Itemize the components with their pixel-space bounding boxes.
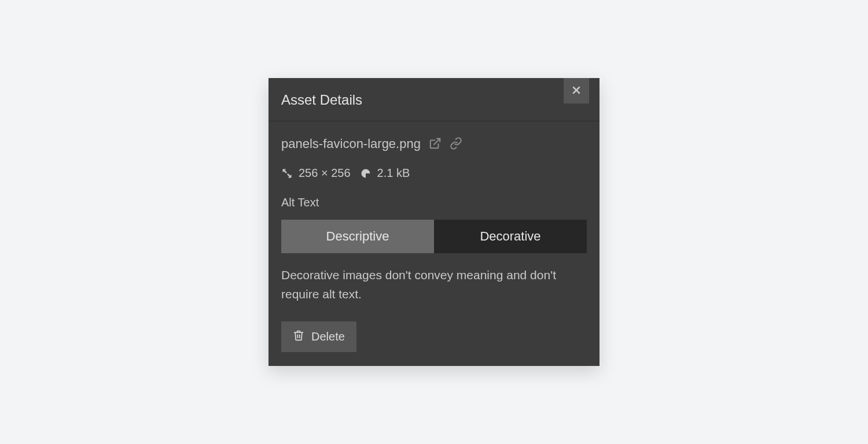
delete-button-label: Delete <box>311 330 345 343</box>
open-external-button[interactable] <box>429 137 442 151</box>
file-meta-row: 256 × 256 2.1 kB <box>281 166 587 180</box>
alt-text-option-decorative[interactable]: Decorative <box>434 220 587 253</box>
file-name-row: panels-favicon-large.png <box>281 136 587 151</box>
close-icon <box>572 86 581 97</box>
file-size: 2.1 kB <box>377 166 410 180</box>
svg-line-2 <box>434 139 440 145</box>
external-link-icon <box>429 137 442 151</box>
dimensions-icon <box>281 168 293 179</box>
alt-text-help: Decorative images don't convey meaning a… <box>281 266 587 304</box>
copy-link-button[interactable] <box>450 137 462 151</box>
asset-details-panel: Asset Details panels-favicon-large.png <box>269 78 599 365</box>
file-name: panels-favicon-large.png <box>281 136 421 151</box>
alt-text-label: Alt Text <box>281 196 587 209</box>
close-button[interactable] <box>564 78 589 103</box>
trash-icon <box>293 330 304 344</box>
panel-title: Asset Details <box>281 92 362 108</box>
disk-icon <box>360 168 372 179</box>
link-icon <box>450 137 462 151</box>
alt-text-segmented: Descriptive Decorative <box>281 220 587 253</box>
alt-text-option-descriptive[interactable]: Descriptive <box>281 220 434 253</box>
file-dimensions: 256 × 256 <box>299 166 351 180</box>
panel-header: Asset Details <box>269 78 599 121</box>
delete-button[interactable]: Delete <box>281 321 356 352</box>
panel-body: panels-favicon-large.png <box>269 121 599 365</box>
